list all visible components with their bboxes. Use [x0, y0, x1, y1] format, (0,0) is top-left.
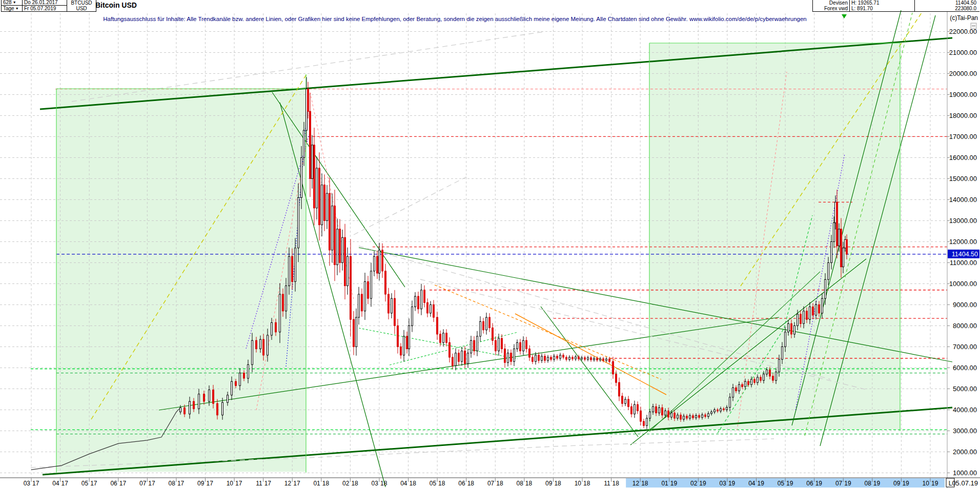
candle — [625, 399, 626, 403]
candle — [594, 358, 595, 360]
currency-cell: USD — [67, 6, 96, 11]
x-tick-label-month: 02 — [342, 480, 350, 487]
period-dropdown[interactable]: Tage▼ — [2, 6, 22, 11]
candle — [800, 314, 802, 323]
candle — [371, 271, 372, 298]
date-to[interactable]: Fr 05.07.2019 — [23, 6, 67, 11]
candle — [841, 229, 842, 267]
candle — [775, 372, 777, 380]
candle — [347, 256, 349, 286]
candle — [279, 294, 281, 332]
candle — [619, 382, 620, 396]
exchange-label: Devisen — [813, 0, 849, 6]
candle — [353, 319, 355, 347]
candle — [535, 355, 537, 361]
y-tick-label: 17000.00 — [949, 133, 977, 140]
y-tick-label: 9000.00 — [953, 301, 977, 309]
candle — [231, 381, 233, 395]
candle — [252, 340, 253, 364]
candle — [833, 223, 835, 242]
x-tick-label-year: 18 — [380, 480, 387, 487]
x-tick-label-year: 19 — [786, 480, 793, 487]
x-tick-label-year: 18 — [322, 480, 330, 487]
x-tick-label-month: 01 — [313, 480, 320, 487]
candle — [312, 145, 313, 179]
candle — [501, 338, 503, 349]
y-tick-label: 16000.00 — [949, 154, 977, 161]
candle — [498, 338, 500, 351]
chevron-down-icon: ▼ — [15, 6, 19, 11]
candle — [267, 335, 269, 355]
candle — [550, 357, 552, 359]
x-tick-label-year: 19 — [670, 480, 678, 487]
candle — [526, 340, 527, 349]
x-tick-label-month: 05 — [81, 480, 89, 487]
x-tick-label-year: 17 — [119, 480, 127, 487]
candle — [751, 379, 752, 384]
volume-label: 223080.0 — [915, 6, 979, 11]
candle — [189, 401, 191, 414]
candle — [222, 402, 223, 415]
candle — [649, 412, 651, 418]
candle — [523, 340, 524, 351]
candle — [637, 404, 639, 411]
x-tick-label-year: 17 — [293, 480, 300, 487]
x-tick-label-year: 18 — [438, 480, 445, 487]
candle — [665, 411, 666, 415]
x-tick-label-year: 17 — [90, 480, 97, 487]
candle — [209, 390, 210, 402]
symbol-cell[interactable]: BTCUSD — [67, 0, 96, 6]
x-tick-label-year: 19 — [931, 480, 938, 487]
x-tick-label-month: 06 — [458, 480, 465, 487]
candle — [374, 256, 375, 271]
candle — [581, 358, 583, 359]
candle — [184, 408, 186, 414]
candle — [350, 256, 352, 319]
x-tick-label-month: 09 — [893, 480, 901, 487]
candle — [723, 409, 725, 410]
candle — [766, 370, 768, 374]
candle — [584, 358, 586, 359]
candle — [415, 296, 416, 307]
candle — [260, 339, 261, 349]
candle — [489, 317, 491, 328]
candle — [301, 157, 302, 197]
candle — [538, 355, 540, 360]
x-tick-label-year: 19 — [902, 480, 909, 487]
candle — [779, 359, 780, 372]
candle — [646, 418, 648, 425]
candle — [652, 406, 654, 412]
x-tick-label-year: 18 — [467, 480, 475, 487]
price-chart[interactable]: 22000.0021000.0020000.0019000.0018000.00… — [0, 0, 980, 488]
candle — [631, 406, 632, 414]
candle — [467, 353, 469, 364]
x-tick-label-month: 11 — [256, 480, 262, 487]
candle — [504, 349, 506, 363]
candle — [745, 381, 746, 387]
x-tick-label-year: 19 — [844, 480, 851, 487]
down-triangle-marker — [842, 14, 847, 18]
candle — [659, 408, 660, 413]
date-to-value: Fr 05.07.2019 — [24, 6, 56, 11]
last-price-label: 11404.50 — [915, 0, 979, 6]
y-tick-label: 14000.00 — [949, 196, 977, 204]
candle — [843, 248, 844, 267]
x-tick-label-year: 18 — [612, 480, 620, 487]
date-from[interactable]: Do 26.01.2017 — [23, 0, 67, 6]
copyright-label: (c)Tai-Pan — [950, 14, 978, 22]
x-tick-label-month: 02 — [690, 480, 698, 487]
candle — [532, 357, 534, 361]
candle — [683, 416, 685, 419]
bars-count-dropdown[interactable]: 628▼ — [2, 0, 22, 6]
candle — [520, 342, 521, 351]
x-tick-label-month: 03 — [24, 480, 31, 487]
candle — [628, 399, 629, 406]
candle — [794, 326, 795, 334]
x-tick-label-month: 04 — [748, 480, 756, 487]
candle — [507, 353, 509, 362]
candle — [342, 237, 343, 262]
x-tick-label-month: 12 — [632, 480, 640, 487]
candle — [239, 373, 241, 386]
candle — [544, 356, 546, 360]
last-date-label: 05.07.19 — [952, 479, 978, 487]
